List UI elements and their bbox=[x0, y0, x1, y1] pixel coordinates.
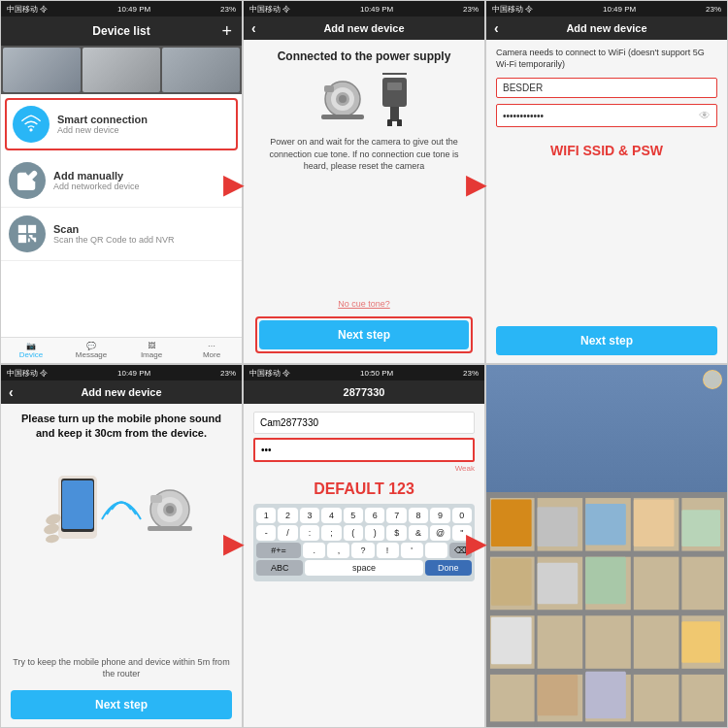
wifi-content: Camera needs to connect to WiFi (doesn't… bbox=[486, 40, 727, 363]
cam-name-input[interactable]: Cam2877330 bbox=[253, 412, 475, 434]
key-1[interactable]: 1 bbox=[256, 508, 276, 523]
tab-image[interactable]: 🖼 Image bbox=[121, 338, 182, 363]
wifi-ssid-psw-label: WIFI SSID & PSW bbox=[496, 143, 717, 158]
scan-item[interactable]: Scan Scan the QR Code to add NVR bbox=[1, 208, 242, 261]
tab-device-label: Device bbox=[3, 350, 59, 359]
key-exclaim[interactable]: ! bbox=[377, 543, 399, 558]
status-bar-4: 中国移动 令 10:49 PM 23% bbox=[1, 365, 242, 381]
svg-rect-46 bbox=[491, 616, 532, 663]
key-dash[interactable]: - bbox=[256, 525, 276, 541]
volume-footer: Try to keep the mobile phone and device … bbox=[13, 656, 230, 680]
key-5[interactable]: 5 bbox=[344, 508, 363, 523]
key-amp[interactable]: & bbox=[409, 525, 428, 541]
key-backspace[interactable]: ⌫ bbox=[449, 543, 472, 558]
svg-rect-28 bbox=[486, 550, 727, 556]
password-header: 2877330 bbox=[244, 381, 484, 404]
add-manually-item[interactable]: Add manually Add networked device bbox=[1, 154, 242, 208]
key-quote[interactable]: " bbox=[452, 525, 472, 541]
back-arrow-4[interactable]: ‹ bbox=[9, 384, 14, 400]
no-cue-link[interactable]: No cue tone? bbox=[338, 299, 390, 309]
key-abc[interactable]: ABC bbox=[256, 560, 303, 576]
svg-rect-32 bbox=[486, 492, 490, 727]
key-question[interactable]: ? bbox=[351, 543, 374, 558]
svg-rect-39 bbox=[538, 507, 579, 546]
password-screen: 中国移动 令 10:50 PM 23% 2877330 Cam2877330 •… bbox=[243, 364, 485, 728]
key-6[interactable]: 6 bbox=[365, 508, 384, 523]
power-header-title: Add new device bbox=[323, 22, 404, 34]
next-step-button-3[interactable]: Next step bbox=[496, 326, 717, 355]
svg-rect-11 bbox=[390, 107, 399, 121]
svg-rect-0 bbox=[19, 226, 25, 232]
svg-rect-29 bbox=[486, 610, 727, 615]
volume-content: Please turn up the mobile phone sound an… bbox=[1, 404, 242, 727]
status-bar-3: 中国移动 令 10:49 PM 23% bbox=[486, 1, 727, 17]
key-hashplus[interactable]: #+= bbox=[256, 543, 301, 558]
power-supply-content: Connected to the power supply bbox=[244, 40, 484, 363]
smart-connection-item[interactable]: Smart connection Add new device bbox=[5, 98, 238, 150]
key-semicolon[interactable]: ; bbox=[321, 525, 341, 541]
wifi-header-title: Add new device bbox=[566, 22, 646, 34]
svg-rect-8 bbox=[321, 115, 364, 119]
eye-icon[interactable]: 👁 bbox=[699, 109, 711, 122]
key-8[interactable]: 8 bbox=[409, 508, 428, 523]
add-manually-sub: Add networked device bbox=[53, 182, 140, 191]
key-period[interactable]: . bbox=[303, 543, 325, 558]
key-0[interactable]: 0 bbox=[452, 508, 472, 523]
svg-rect-7 bbox=[324, 85, 334, 92]
time-4: 10:49 PM bbox=[117, 369, 150, 378]
tab-message[interactable]: 💬 Message bbox=[61, 338, 121, 363]
tab-device[interactable]: 📷 Device bbox=[1, 338, 61, 363]
thumbnail-row bbox=[1, 46, 242, 94]
add-manually-text: Add manually Add networked device bbox=[53, 170, 140, 191]
svg-rect-48 bbox=[538, 674, 579, 714]
next-step-button-2[interactable]: Next step bbox=[259, 320, 469, 349]
tab-more[interactable]: ⋯ More bbox=[182, 338, 242, 363]
svg-point-6 bbox=[339, 95, 347, 103]
add-manually-title: Add manually bbox=[53, 170, 140, 182]
key-dollar[interactable]: $ bbox=[386, 525, 406, 541]
camera-view-screen bbox=[485, 364, 728, 728]
svg-rect-31 bbox=[486, 721, 727, 727]
key-4[interactable]: 4 bbox=[321, 508, 341, 523]
back-arrow-3[interactable]: ‹ bbox=[494, 20, 499, 36]
numpad-bottom-row: ABC space Done bbox=[255, 560, 473, 576]
add-device-button[interactable]: + bbox=[221, 21, 232, 42]
status-bar-5: 中国移动 令 10:50 PM 23% bbox=[244, 365, 484, 381]
battery-4: 23% bbox=[220, 369, 236, 378]
back-arrow-2[interactable]: ‹ bbox=[251, 20, 256, 36]
tab-image-label: Image bbox=[123, 350, 180, 359]
thumb-1 bbox=[3, 48, 81, 92]
carrier-3: 中国移动 令 bbox=[492, 4, 533, 15]
key-3[interactable]: 3 bbox=[300, 508, 319, 523]
key-comma[interactable]: , bbox=[327, 543, 349, 558]
ssid-value[interactable]: BESDER bbox=[503, 83, 711, 93]
cam-pass-input[interactable]: ••• bbox=[253, 438, 475, 462]
next-step-button-4[interactable]: Next step bbox=[11, 690, 232, 719]
numpad: 1 2 3 4 5 6 7 8 9 0 - / bbox=[253, 504, 475, 581]
carrier-1: 中国移动 令 bbox=[7, 4, 48, 15]
tab-more-label: More bbox=[183, 350, 240, 359]
key-2[interactable]: 2 bbox=[278, 508, 297, 523]
key-7[interactable]: 7 bbox=[386, 508, 406, 523]
cam-name-value: Cam2877330 bbox=[260, 417, 318, 428]
power-adapter-icon bbox=[378, 78, 412, 126]
camera-live-feed bbox=[486, 365, 727, 727]
bottom-nav: 📷 Device 💬 Message 🖼 Image ⋯ More bbox=[1, 337, 242, 363]
key-at[interactable]: @ bbox=[430, 525, 449, 541]
key-empty bbox=[425, 543, 447, 558]
key-rparen[interactable]: ) bbox=[365, 525, 384, 541]
wifi-icon bbox=[20, 114, 42, 135]
camera-icon-diagram bbox=[316, 78, 370, 121]
time-2: 10:49 PM bbox=[360, 5, 393, 14]
battery-3: 23% bbox=[706, 5, 721, 14]
password-value-row[interactable]: •••••••••••• 👁 bbox=[503, 109, 711, 122]
smart-connection-title: Smart connection bbox=[57, 114, 148, 125]
key-done[interactable]: Done bbox=[425, 560, 472, 576]
key-9[interactable]: 9 bbox=[430, 508, 449, 523]
key-lparen[interactable]: ( bbox=[344, 525, 363, 541]
key-slash[interactable]: / bbox=[278, 525, 297, 541]
key-space[interactable]: space bbox=[305, 560, 422, 576]
key-apostrophe[interactable]: ' bbox=[401, 543, 423, 558]
key-colon[interactable]: : bbox=[300, 525, 319, 541]
volume-screen: 中国移动 令 10:49 PM 23% ‹ Add new device Ple… bbox=[0, 364, 243, 728]
